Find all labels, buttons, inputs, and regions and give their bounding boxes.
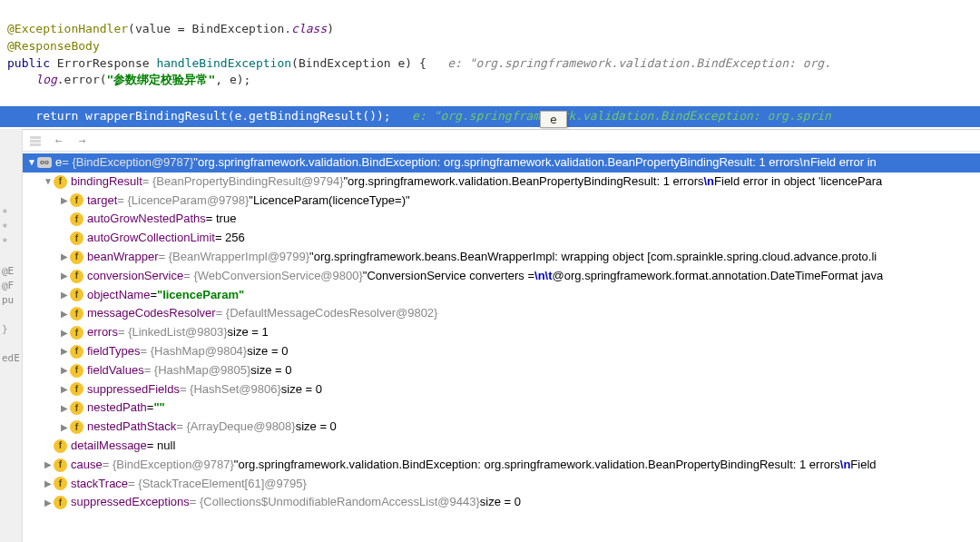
tree-row[interactable]: ▶ f beanWrapper = {BeanWrapperImpl@9799}…: [23, 248, 980, 267]
expander-icon[interactable]: ▶: [43, 458, 54, 472]
expander-icon[interactable]: ▶: [59, 420, 70, 435]
tree-row[interactable]: ▼ f bindingResult = {BeanPropertyBinding…: [23, 172, 980, 192]
expander-icon[interactable]: ▶: [59, 401, 70, 416]
tree-row[interactable]: f detailMessage = null: [23, 437, 980, 456]
tree-row[interactable]: ▶ f errors = {LinkedList@9803} size = 1: [23, 323, 980, 342]
field-icon: f: [70, 193, 83, 207]
expander-icon[interactable]: ▶: [59, 382, 70, 397]
field-icon: f: [70, 270, 83, 283]
svg-rect-0: [30, 136, 41, 139]
tree-row[interactable]: f autoGrowCollectionLimit = 256: [23, 229, 980, 248]
object-icon: oo: [37, 157, 52, 168]
field-icon: f: [70, 326, 83, 340]
expander-icon[interactable]: ▶: [59, 307, 70, 321]
field-icon: f: [70, 420, 83, 434]
tree-row[interactable]: ▶ f stackTrace = {StackTraceElement[61]@…: [23, 475, 980, 494]
current-execution-line[interactable]: return wrapperBindingResult(e.getBinding…: [0, 106, 980, 127]
field-icon: f: [54, 175, 67, 189]
editor-gutter: * * * @E @F pu } edE: [0, 129, 23, 542]
stack-frames-icon[interactable]: [28, 133, 43, 148]
expander-icon[interactable]: ▶: [59, 193, 70, 208]
tree-row[interactable]: ▶ f fieldTypes = {HashMap@9804} size = 0: [23, 342, 980, 361]
field-icon: f: [70, 288, 83, 301]
expander-icon[interactable]: ▶: [59, 326, 70, 340]
tree-row[interactable]: ▶ f nestedPath = "": [23, 399, 980, 418]
var-name: e: [55, 153, 62, 172]
expander-icon[interactable]: ▶: [59, 344, 70, 359]
debug-variables-panel[interactable]: ← → ▼ oo e = {BindException@9787} "org.s…: [23, 129, 980, 542]
tree-row[interactable]: ▶ f target = {LicenceParam@9798} "Licenc…: [23, 192, 980, 211]
method-name: handleBindException: [156, 56, 291, 70]
expander-icon[interactable]: ▼: [26, 155, 37, 170]
field-icon: f: [70, 307, 83, 320]
svg-rect-1: [30, 140, 41, 143]
field-icon: f: [70, 212, 83, 226]
tree-row[interactable]: ▶ f objectName = "licenceParam": [23, 286, 980, 305]
tree-row[interactable]: ▶ f fieldValues = {HashMap@9805} size = …: [23, 361, 980, 380]
inline-hint: e: "org.springframework.validation.BindE…: [426, 56, 831, 70]
expander-icon[interactable]: ▶: [43, 496, 54, 510]
field-icon: f: [54, 439, 67, 453]
annotation: @ExceptionHandler: [7, 22, 128, 35]
expander-icon[interactable]: ▼: [43, 174, 54, 189]
field-icon: f: [70, 232, 83, 245]
field-icon: f: [70, 401, 83, 415]
field-icon: f: [70, 364, 83, 378]
field-icon: f: [54, 477, 67, 490]
tree-row[interactable]: ▶ f suppressedExceptions = {Collections$…: [23, 493, 980, 512]
tree-row[interactable]: ▶ f cause = {BindException@9787} "org.sp…: [23, 456, 980, 475]
debug-toolbar: ← →: [23, 130, 980, 152]
inline-hint: e: "org.springframework.validation.BindE…: [391, 109, 831, 123]
expander-icon[interactable]: ▶: [59, 250, 70, 264]
field-icon: f: [54, 496, 67, 509]
tree-row[interactable]: ▶ f messageCodesResolver = {DefaultMessa…: [23, 304, 980, 323]
variables-tree[interactable]: ▼ oo e = {BindException@9787} "org.sprin…: [23, 152, 980, 514]
field-icon: f: [70, 382, 83, 396]
forward-icon[interactable]: →: [75, 133, 90, 148]
expander-icon[interactable]: ▶: [59, 288, 70, 302]
expander-icon[interactable]: ▶: [43, 477, 54, 491]
field-icon: f: [70, 251, 83, 264]
expander-icon[interactable]: ▶: [59, 363, 70, 378]
field-icon: f: [70, 345, 83, 359]
svg-rect-2: [30, 143, 41, 146]
tree-row[interactable]: ▶ f nestedPathStack = {ArrayDeque@9808} …: [23, 418, 980, 437]
tree-row[interactable]: ▶ f conversionService = {WebConversionSe…: [23, 267, 980, 286]
annotation: @ResponseBody: [7, 39, 100, 53]
tree-row[interactable]: f autoGrowNestedPaths = true: [23, 210, 980, 229]
expander-icon[interactable]: ▶: [59, 269, 70, 283]
field-icon: f: [54, 458, 67, 472]
evaluate-tooltip[interactable]: e: [540, 111, 567, 128]
tree-row-root[interactable]: ▼ oo e = {BindException@9787} "org.sprin…: [23, 153, 980, 172]
back-icon[interactable]: ←: [52, 133, 66, 148]
tree-row[interactable]: ▶ f suppressedFields = {HashSet@9806} si…: [23, 380, 980, 399]
